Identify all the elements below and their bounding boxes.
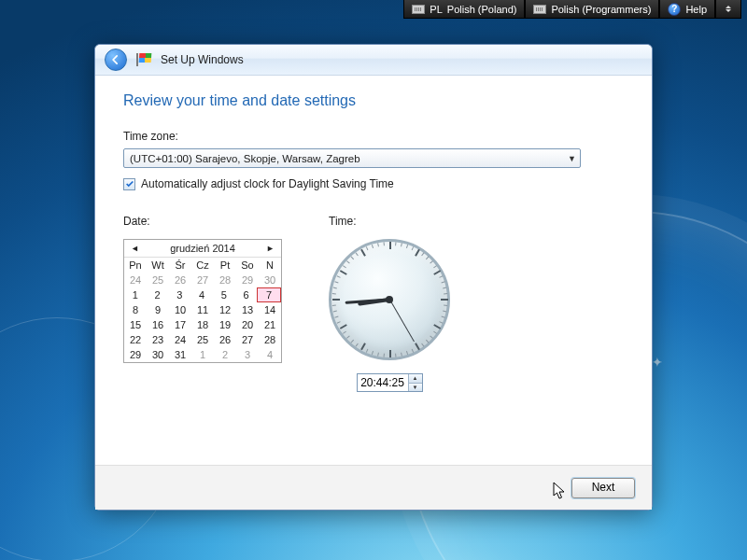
calendar-weekday: Śr <box>169 258 191 273</box>
date-label: Date: <box>123 215 282 228</box>
timezone-combobox[interactable]: (UTC+01:00) Sarajevo, Skopje, Warsaw, Za… <box>123 148 581 168</box>
calendar-day[interactable]: 12 <box>214 302 236 317</box>
calendar-day[interactable]: 1 <box>191 347 214 362</box>
calendar-month-title: grudzień 2014 <box>170 243 235 254</box>
next-button[interactable]: Next <box>571 478 635 498</box>
calendar-day[interactable]: 28 <box>259 332 281 347</box>
calendar-day[interactable]: 25 <box>191 332 214 347</box>
calendar-day[interactable]: 29 <box>236 273 259 287</box>
time-spinner[interactable]: ▲ ▼ <box>357 373 423 392</box>
toolbar-more-button[interactable] <box>715 0 741 19</box>
calendar-day[interactable]: 10 <box>169 302 191 317</box>
calendar[interactable]: ◄ grudzień 2014 ► PnWtŚrCzPtSoN242526272… <box>123 239 282 363</box>
calendar-prev-button[interactable]: ◄ <box>128 243 142 254</box>
calendar-day[interactable]: 24 <box>169 332 191 347</box>
windows-flag-icon <box>136 53 151 66</box>
calendar-day[interactable]: 22 <box>124 332 147 347</box>
chevron-updown-icon <box>724 6 733 12</box>
calendar-day[interactable]: 7 <box>257 287 281 302</box>
chevron-down-icon: ▼ <box>568 154 576 163</box>
calendar-weekday: Cz <box>191 258 214 273</box>
calendar-day[interactable]: 8 <box>124 302 147 317</box>
background-sparkle: ✦ <box>652 355 663 370</box>
calendar-day[interactable]: 14 <box>259 302 281 317</box>
calendar-day[interactable]: 5 <box>213 287 235 302</box>
calendar-day[interactable]: 31 <box>169 347 191 362</box>
time-input[interactable] <box>358 374 408 391</box>
calendar-day[interactable]: 27 <box>236 332 259 347</box>
calendar-day[interactable]: 30 <box>259 273 281 287</box>
calendar-day[interactable]: 21 <box>259 317 281 332</box>
language-selector[interactable]: PL Polish (Poland) <box>403 0 525 19</box>
calendar-day[interactable]: 13 <box>236 302 259 317</box>
calendar-day[interactable]: 24 <box>124 273 147 287</box>
calendar-day[interactable]: 19 <box>214 317 236 332</box>
calendar-day[interactable]: 15 <box>124 317 147 332</box>
window-content: Review your time and date settings Time … <box>95 76 652 465</box>
timezone-value: (UTC+01:00) Sarajevo, Skopje, Warsaw, Za… <box>130 153 360 164</box>
calendar-day[interactable]: 25 <box>147 273 169 287</box>
calendar-day[interactable]: 9 <box>147 302 169 317</box>
arrow-left-icon <box>109 53 122 66</box>
dst-checkbox[interactable] <box>123 178 135 190</box>
analog-clock <box>329 239 450 360</box>
calendar-weekday: Pt <box>214 258 236 273</box>
keyboard-icon <box>412 5 425 14</box>
calendar-day[interactable]: 1 <box>124 287 147 302</box>
window-footer: Next <box>95 465 652 510</box>
window-titlebar: Set Up Windows <box>95 45 652 76</box>
setup-window: Set Up Windows Review your time and date… <box>94 44 653 511</box>
calendar-day[interactable]: 3 <box>168 287 190 302</box>
calendar-day[interactable]: 2 <box>214 347 236 362</box>
window-title: Set Up Windows <box>161 53 244 66</box>
calendar-weekday: Pn <box>124 258 147 273</box>
calendar-day[interactable]: 2 <box>147 287 169 302</box>
calendar-day[interactable]: 26 <box>169 273 191 287</box>
page-heading: Review your time and date settings <box>123 92 624 109</box>
language-name: Polish (Poland) <box>447 4 517 15</box>
calendar-day[interactable]: 6 <box>235 287 258 302</box>
clock-center <box>386 296 393 303</box>
calendar-weekday: Wt <box>147 258 169 273</box>
help-label: Help <box>685 4 707 15</box>
time-label: Time: <box>329 215 450 228</box>
dst-label: Automatically adjust clock for Daylight … <box>141 177 394 190</box>
help-icon: ? <box>668 3 681 16</box>
calendar-day[interactable]: 3 <box>236 347 259 362</box>
calendar-day[interactable]: 4 <box>259 347 281 362</box>
calendar-day[interactable]: 18 <box>191 317 214 332</box>
help-button[interactable]: ? Help <box>659 0 715 19</box>
setup-toolbar: PL Polish (Poland) Polish (Programmers) … <box>403 0 741 19</box>
check-icon <box>125 179 134 189</box>
keyboard-icon <box>533 5 546 14</box>
clock-second-hand <box>389 300 415 343</box>
calendar-day[interactable]: 23 <box>147 332 169 347</box>
calendar-day[interactable]: 17 <box>169 317 191 332</box>
back-button[interactable] <box>105 49 127 71</box>
calendar-day[interactable]: 16 <box>147 317 169 332</box>
calendar-next-button[interactable]: ► <box>263 243 277 254</box>
time-decrement-button[interactable]: ▼ <box>409 384 422 392</box>
calendar-day[interactable]: 26 <box>214 332 236 347</box>
timezone-label: Time zone: <box>123 130 624 143</box>
calendar-day[interactable]: 29 <box>124 347 147 362</box>
calendar-weekday: N <box>259 258 281 273</box>
calendar-day[interactable]: 30 <box>147 347 169 362</box>
time-increment-button[interactable]: ▲ <box>409 374 422 384</box>
keyboard-layout-name: Polish (Programmers) <box>551 4 651 15</box>
keyboard-layout-selector[interactable]: Polish (Programmers) <box>525 0 659 19</box>
calendar-day[interactable]: 11 <box>191 302 214 317</box>
calendar-day[interactable]: 27 <box>191 273 214 287</box>
calendar-day[interactable]: 20 <box>236 317 259 332</box>
calendar-day[interactable]: 28 <box>214 273 236 287</box>
language-code: PL <box>430 4 442 15</box>
calendar-weekday: So <box>236 258 259 273</box>
calendar-day[interactable]: 4 <box>190 287 213 302</box>
